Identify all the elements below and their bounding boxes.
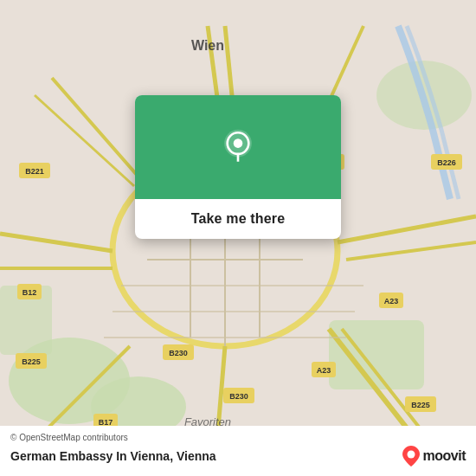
popup-card: Take me there [135, 95, 341, 239]
attribution-text: © OpenStreetMap contributors [10, 433, 466, 442]
map-container: B221 B221 B226 B12 B225 B225 A23 A23 B23… [0, 0, 476, 476]
svg-text:B225: B225 [22, 357, 41, 366]
location-info: German Embassy In Vienna, Vienna moovit [10, 445, 466, 467]
svg-point-56 [234, 138, 243, 148]
location-name: German Embassy In Vienna, Vienna [10, 449, 216, 463]
popup-map-section [135, 95, 341, 199]
take-me-there-button[interactable]: Take me there [191, 211, 286, 227]
svg-text:B230: B230 [169, 349, 188, 357]
svg-text:A23: A23 [317, 366, 331, 375]
svg-text:B226: B226 [437, 158, 456, 167]
svg-text:B12: B12 [23, 288, 37, 297]
svg-text:B221: B221 [25, 167, 44, 176]
svg-point-57 [407, 451, 415, 459]
svg-text:A23: A23 [384, 297, 399, 306]
svg-text:B230: B230 [229, 392, 248, 401]
moovit-logo: moovit [402, 445, 466, 467]
svg-text:B225: B225 [411, 401, 430, 409]
location-pin-icon [219, 128, 257, 166]
moovit-brand-text: moovit [423, 448, 466, 464]
popup-button-section: Take me there [135, 199, 341, 239]
moovit-pin-icon [402, 445, 421, 467]
svg-text:Wien: Wien [191, 38, 224, 53]
bottom-bar: © OpenStreetMap contributors German Emba… [0, 426, 476, 476]
